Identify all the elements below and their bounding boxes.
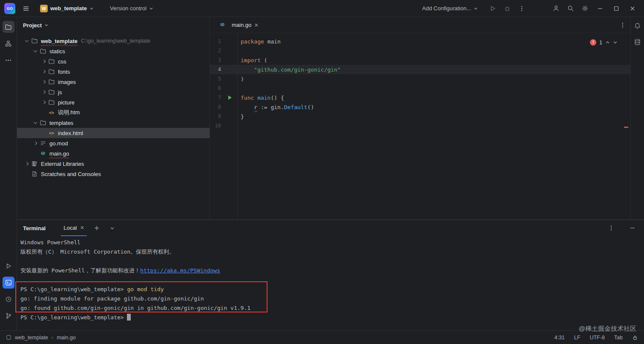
readonly-lock-button[interactable] (632, 335, 638, 341)
run-gutter-icon[interactable] (224, 95, 236, 100)
tree-item-picture[interactable]: picture (17, 97, 210, 107)
tree-item-index-html[interactable]: <>index.html (17, 128, 210, 138)
go-file-icon: GO (218, 22, 226, 29)
line-number[interactable]: 3 (210, 57, 224, 63)
breadcrumb[interactable]: web_template › main.go (6, 334, 76, 341)
line-number[interactable]: 7 (210, 95, 224, 101)
line-number[interactable]: 8 (210, 104, 224, 110)
tree-item-shuoming-htm[interactable]: <>说明.htm (17, 107, 210, 118)
debug-button[interactable] (501, 2, 514, 15)
run-button[interactable] (486, 2, 499, 15)
new-terminal-session-button[interactable] (91, 223, 102, 234)
line-number[interactable]: 9 (210, 113, 224, 119)
tree-item-js[interactable]: js (17, 87, 210, 97)
version-control-tool-window-button[interactable] (3, 310, 14, 322)
notifications-button[interactable] (632, 20, 643, 31)
line-number[interactable]: 10 (210, 123, 224, 129)
chevron-right-icon[interactable] (23, 160, 31, 168)
inspections-widget[interactable]: ! 1 (590, 39, 618, 46)
chevron-down-icon[interactable] (23, 37, 31, 45)
right-tool-strip (630, 17, 644, 220)
tree-item-templates[interactable]: templates (17, 118, 210, 128)
more-tool-windows-button[interactable] (3, 54, 14, 66)
breadcrumb-project[interactable]: web_template (15, 335, 48, 341)
previous-error-button[interactable] (605, 40, 610, 45)
editor-tab-main-go[interactable]: GO main.go (214, 17, 263, 33)
search-everywhere-button[interactable] (564, 2, 577, 15)
tree-item-scratches[interactable]: Scratches and Consoles (17, 169, 210, 179)
indent-widget[interactable]: Tab (614, 335, 623, 341)
chevron-right-icon[interactable] (40, 78, 48, 86)
run-icon (5, 263, 12, 269)
account-button[interactable] (549, 2, 562, 15)
chevron-spacer (40, 129, 48, 137)
terminal-line: 版权所有（C） Microsoft Corporation。保留所有权利。 (20, 247, 644, 257)
scrollbar-error-mark[interactable] (624, 127, 628, 128)
editor-tab-options-button[interactable] (619, 22, 626, 29)
tree-item-label: Scratches and Consoles (41, 171, 101, 177)
tree-item-label: web_template (41, 38, 78, 44)
terminal-options-button[interactable] (606, 223, 617, 234)
encoding-widget[interactable]: UTF-8 (589, 335, 604, 341)
project-selector[interactable]: W web_template (37, 3, 97, 14)
window-close-button[interactable] (625, 2, 640, 15)
chevron-down-icon[interactable] (32, 119, 39, 127)
code-text: func main() { (236, 95, 284, 101)
tree-item-statics[interactable]: statics (17, 46, 210, 56)
goland-logo-icon[interactable]: GO (4, 3, 15, 14)
cursor-position-widget[interactable]: 4:31 (554, 335, 564, 341)
chevron-right-icon[interactable] (40, 68, 48, 75)
terminal-output[interactable]: Windows PowerShell版权所有（C） Microsoft Corp… (17, 236, 644, 322)
hamburger-menu-icon[interactable] (20, 2, 32, 15)
project-panel-header[interactable]: Project (17, 17, 210, 33)
line-number[interactable]: 4 (210, 66, 224, 72)
tab-close-icon[interactable] (80, 225, 84, 230)
problems-tool-window-button[interactable] (3, 293, 14, 305)
line-number[interactable]: 6 (210, 85, 224, 91)
run-tool-window-button[interactable] (3, 260, 14, 272)
tree-item-fonts[interactable]: fonts (17, 66, 210, 77)
tree-item-web-template-root[interactable]: web_templateC:\go_learning\web_template (17, 36, 210, 46)
tree-item-go-mod[interactable]: go.mod (17, 138, 210, 148)
chevron-right-icon[interactable] (40, 88, 48, 96)
line-number[interactable]: 2 (210, 48, 224, 54)
line-number[interactable]: 5 (210, 76, 224, 82)
tree-item-label: js (58, 89, 62, 95)
next-error-button[interactable] (613, 40, 618, 45)
window-minimize-button[interactable] (593, 2, 607, 15)
terminal-tool-window-button[interactable] (3, 277, 14, 289)
settings-button[interactable] (578, 2, 591, 15)
chevron-right-icon[interactable] (40, 58, 48, 65)
tree-item-main-go[interactable]: GOmain.go (17, 148, 210, 159)
chevron-right-icon[interactable] (32, 139, 39, 147)
breadcrumb-file[interactable]: main.go (57, 335, 75, 341)
code-editor[interactable]: 1package main23import (4 "github.com/gin… (210, 33, 630, 220)
code-text: } (236, 113, 244, 120)
terminal-session-dropdown-button[interactable] (106, 223, 118, 234)
more-actions-button[interactable] (515, 2, 528, 15)
terminal-link[interactable]: https://aka.ms/PSWindows (140, 267, 220, 274)
version-control-menu[interactable]: Version control (106, 3, 157, 13)
tree-item-css[interactable]: css (17, 56, 210, 66)
project-icon (6, 335, 12, 340)
chevron-down-icon[interactable] (32, 47, 39, 55)
folder-icon (48, 68, 55, 75)
tab-close-icon[interactable] (254, 23, 259, 27)
window-maximize-button[interactable] (609, 2, 624, 15)
line-number[interactable]: 1 (210, 38, 224, 44)
terminal-line (20, 275, 644, 285)
terminal-tab-local[interactable]: Local (61, 220, 87, 236)
terminal-title[interactable]: Terminal (23, 225, 46, 231)
run-configuration-selector[interactable]: Add Configuration... (419, 3, 481, 13)
database-tool-window-button[interactable] (632, 37, 643, 47)
line-ending-widget[interactable]: LF (574, 335, 581, 341)
terminal-line: PS C:\go_learning\web_template> (20, 313, 644, 322)
hide-terminal-button[interactable] (627, 223, 638, 234)
chevron-right-icon[interactable] (40, 98, 48, 106)
kebab-icon (518, 5, 525, 12)
project-tool-window-button[interactable] (3, 21, 14, 33)
tree-item-label: templates (49, 120, 73, 126)
structure-tool-window-button[interactable] (3, 38, 14, 49)
tree-item-images[interactable]: images (17, 77, 210, 87)
tree-item-external-libraries[interactable]: External Libraries (17, 159, 210, 169)
